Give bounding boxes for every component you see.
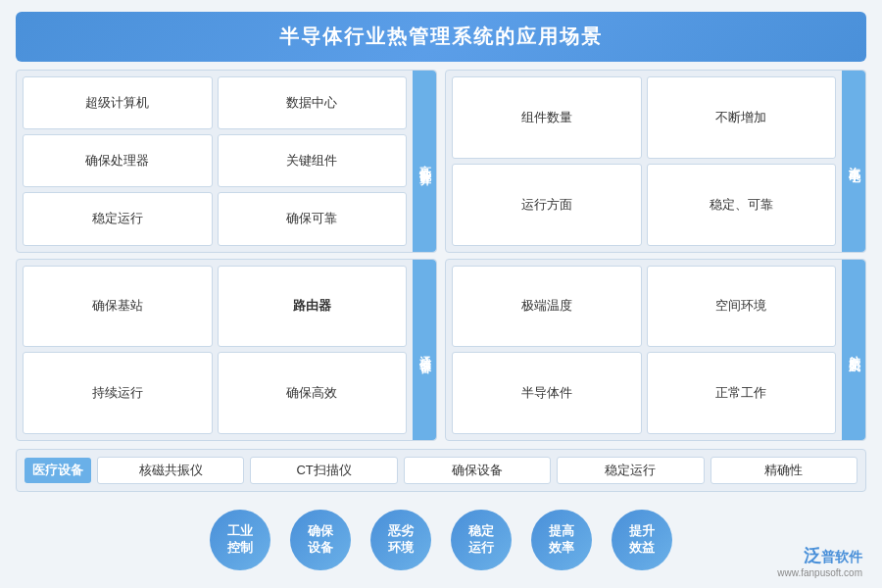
grid-area: 超级计算机 数据中心 确保处理器 关键组件 稳定运行 确保可靠 高性能计算 确保… bbox=[16, 70, 866, 441]
circle-item-5: 提高效率 bbox=[531, 510, 592, 570]
section-comm: 确保基站 路由器 持续运行 确保高效 通信设备 bbox=[16, 259, 437, 442]
section-aero: 极端温度 空间环境 半导体件 正常工作 航空航天 bbox=[445, 259, 866, 442]
cell-reliable: 确保可靠 bbox=[218, 192, 408, 245]
circle-item-6: 提升效益 bbox=[612, 510, 672, 570]
cell-processor: 确保处理器 bbox=[23, 134, 213, 187]
circle-item-4: 稳定运行 bbox=[451, 510, 512, 570]
page-title: 半导体行业热管理系统的应用场景 bbox=[279, 25, 603, 47]
cell-continuous: 持续运行 bbox=[23, 352, 213, 434]
left-half: 超级计算机 数据中心 确保处理器 关键组件 稳定运行 确保可靠 高性能计算 确保… bbox=[16, 70, 437, 441]
circle-item-1: 工业控制 bbox=[210, 510, 270, 570]
cell-stable-run: 稳定运行 bbox=[23, 192, 213, 245]
section-high-perf: 超级计算机 数据中心 确保处理器 关键组件 稳定运行 确保可靠 高性能计算 bbox=[16, 70, 437, 253]
section-auto: 组件数量 不断增加 运行方面 稳定、可靠 汽车电子 bbox=[445, 70, 866, 253]
label-comm: 通信设备 bbox=[413, 260, 436, 441]
cell-base-station: 确保基站 bbox=[23, 266, 213, 348]
circle-improve-efficiency: 提高效率 bbox=[531, 510, 592, 570]
medical-item-5: 精确性 bbox=[710, 457, 858, 484]
main-container: 半导体行业热管理系统的应用场景 超级计算机 数据中心 确保处理器 关键组件 稳定… bbox=[0, 0, 882, 588]
cell-key-component: 关键组件 bbox=[218, 134, 408, 187]
comm-content: 确保基站 路由器 持续运行 确保高效 bbox=[17, 260, 413, 441]
cell-router: 路由器 bbox=[218, 266, 408, 348]
cell-space-env: 空间环境 bbox=[647, 266, 837, 348]
logo-name: 泛普软件 bbox=[804, 544, 862, 567]
medical-item-1: 核磁共振仪 bbox=[97, 457, 244, 484]
medical-item-3: 确保设备 bbox=[404, 457, 551, 484]
label-high-perf: 高性能计算 bbox=[413, 71, 436, 252]
cell-supercomputer: 超级计算机 bbox=[23, 76, 213, 129]
circles-row: 工业控制 确保设备 恶劣环境 稳定运行 提高效率 提升效益 bbox=[16, 504, 866, 576]
medical-item-2: CT扫描仪 bbox=[250, 457, 397, 484]
cell-stable-reliable: 稳定、可靠 bbox=[647, 164, 837, 246]
auto-content: 组件数量 不断增加 运行方面 稳定、可靠 bbox=[446, 71, 842, 252]
circle-item-2: 确保设备 bbox=[290, 510, 351, 570]
cell-operation: 运行方面 bbox=[452, 164, 642, 246]
label-auto: 汽车电子 bbox=[842, 71, 865, 252]
circle-harsh-env: 恶劣环境 bbox=[370, 510, 431, 570]
cell-efficient: 确保高效 bbox=[218, 352, 408, 434]
circle-item-3: 恶劣环境 bbox=[370, 510, 431, 570]
circle-stable-run: 稳定运行 bbox=[451, 510, 512, 570]
logo-area: 泛普软件 www.fanpusoft.com bbox=[777, 544, 862, 578]
label-aero: 航空航天 bbox=[842, 260, 865, 441]
cell-component-count: 组件数量 bbox=[452, 76, 642, 159]
high-perf-content: 超级计算机 数据中心 确保处理器 关键组件 稳定运行 确保可靠 bbox=[17, 71, 413, 252]
circle-ensure-device: 确保设备 bbox=[290, 510, 351, 570]
right-half: 组件数量 不断增加 运行方面 稳定、可靠 汽车电子 极端温度 空间环境 半导体件… bbox=[445, 70, 866, 441]
cell-semiconductor: 半导体件 bbox=[452, 352, 642, 434]
medical-row: 医疗设备 核磁共振仪 CT扫描仪 确保设备 稳定运行 精确性 bbox=[16, 449, 866, 492]
medical-label: 医疗设备 bbox=[24, 458, 91, 483]
logo-url: www.fanpusoft.com bbox=[777, 567, 862, 578]
cell-normal-work: 正常工作 bbox=[647, 352, 837, 434]
cell-increasing: 不断增加 bbox=[647, 76, 837, 159]
circle-improve-benefit: 提升效益 bbox=[612, 510, 672, 570]
title-bar: 半导体行业热管理系统的应用场景 bbox=[16, 12, 866, 62]
aero-content: 极端温度 空间环境 半导体件 正常工作 bbox=[446, 260, 842, 441]
cell-extreme-temp: 极端温度 bbox=[452, 266, 642, 348]
medical-item-4: 稳定运行 bbox=[557, 457, 704, 484]
cell-datacenter: 数据中心 bbox=[218, 76, 408, 129]
circle-industrial: 工业控制 bbox=[210, 510, 270, 570]
